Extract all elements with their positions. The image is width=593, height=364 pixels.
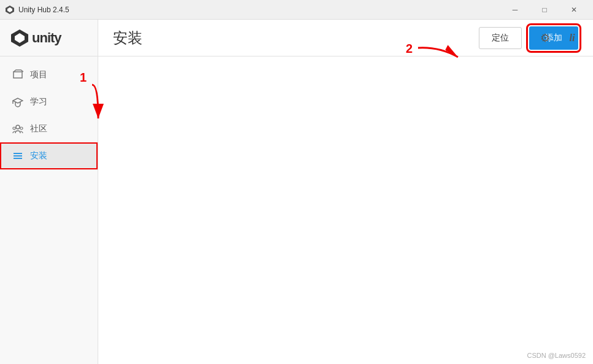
installs-icon [12, 150, 24, 162]
learn-icon [12, 96, 24, 108]
sidebar-item-learn[interactable]: 学习 [0, 88, 98, 115]
unity-logo-text: unity [32, 30, 61, 46]
community-icon [12, 123, 24, 135]
svg-point-4 [16, 125, 20, 129]
watermark: CSDN @Laws0592 [527, 352, 586, 359]
unity-title-icon [5, 5, 15, 15]
settings-button[interactable]: ⚙ [534, 27, 556, 49]
sidebar-item-projects[interactable]: 项目 [0, 61, 98, 88]
close-button[interactable]: ✕ [560, 0, 588, 20]
projects-icon [12, 69, 24, 81]
page-title-area: 安装 [113, 28, 142, 48]
unity-logo: unity [10, 28, 61, 48]
sidebar-item-installs[interactable]: 安装 [0, 142, 98, 169]
sidebar-nav: 项目 学习 社区 安装 [0, 56, 98, 364]
community-label: 社区 [30, 123, 47, 134]
header-right-icons: ⚙ li [524, 20, 593, 56]
sidebar-header: unity [0, 20, 98, 56]
content-body [98, 56, 593, 364]
app-title: Unity Hub 2.4.5 [18, 6, 69, 14]
minimize-button[interactable]: ─ [501, 0, 529, 20]
svg-point-5 [13, 127, 15, 130]
top-toolbar: 安装 定位 添加 [98, 20, 593, 56]
gear-icon: ⚙ [540, 31, 550, 45]
profile-icon: li [570, 33, 575, 44]
projects-label: 项目 [30, 69, 47, 80]
title-bar-controls: ─ □ ✕ [501, 0, 588, 20]
title-bar-left: Unity Hub 2.4.5 [5, 5, 69, 15]
learn-label: 学习 [30, 96, 47, 107]
unity-logo-icon [10, 28, 29, 48]
sidebar-item-community[interactable]: 社区 [0, 115, 98, 142]
title-bar: Unity Hub 2.4.5 ─ □ ✕ [0, 0, 593, 20]
page-title: 安装 [113, 28, 142, 48]
locate-button[interactable]: 定位 [479, 27, 522, 49]
installs-label: 安装 [30, 150, 47, 161]
app-layout: unity 项目 学习 社区 [0, 20, 593, 364]
maximize-button[interactable]: □ [530, 0, 559, 20]
profile-button[interactable]: li [561, 27, 583, 49]
svg-point-6 [20, 127, 23, 130]
main-content: 安装 定位 添加 [98, 20, 593, 364]
sidebar: unity 项目 学习 社区 [0, 20, 98, 364]
